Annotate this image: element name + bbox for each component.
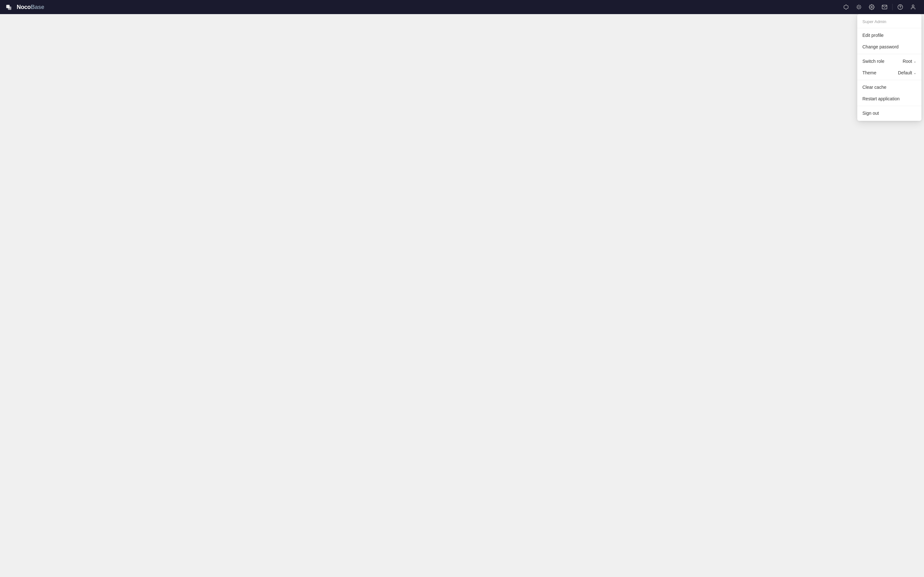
user-icon-btn[interactable] xyxy=(907,1,919,13)
user-dropdown-menu: Super Admin Edit profile Change password… xyxy=(857,14,921,121)
restart-application-label: Restart application xyxy=(863,96,900,101)
plugin-icon-btn[interactable] xyxy=(840,1,852,13)
switch-role-value: Root ⌄ xyxy=(903,59,916,64)
svg-rect-1 xyxy=(8,6,11,10)
divider-3 xyxy=(857,80,921,80)
clear-cache-item[interactable]: Clear cache xyxy=(857,81,921,93)
dropdown-header: Super Admin xyxy=(857,16,921,27)
svg-point-2 xyxy=(871,6,873,8)
api-icon-btn[interactable] xyxy=(853,1,865,13)
divider-1 xyxy=(857,28,921,28)
theme-label: Theme xyxy=(863,70,877,75)
plugin-icon xyxy=(843,4,849,10)
theme-chevron: ⌄ xyxy=(913,71,916,75)
switch-role-item[interactable]: Switch role Root ⌄ xyxy=(857,55,921,67)
mail-icon xyxy=(882,4,887,10)
edit-profile-item[interactable]: Edit profile xyxy=(857,29,921,41)
sign-out-item[interactable]: Sign out xyxy=(857,107,921,119)
sign-out-label: Sign out xyxy=(863,111,879,116)
svg-point-3 xyxy=(898,5,903,10)
switch-role-chevron: ⌄ xyxy=(913,59,916,63)
edit-profile-label: Edit profile xyxy=(863,33,884,38)
restart-application-item[interactable]: Restart application xyxy=(857,93,921,105)
switch-role-label: Switch role xyxy=(863,59,884,64)
api-icon xyxy=(856,4,862,10)
divider-4 xyxy=(857,106,921,106)
theme-value: Default ⌄ xyxy=(898,70,916,75)
navbar: NocoBase xyxy=(0,0,924,14)
change-password-label: Change password xyxy=(863,44,899,49)
navbar-divider xyxy=(892,4,893,10)
svg-point-5 xyxy=(912,5,914,7)
logo-base: Base xyxy=(31,4,44,11)
clear-cache-label: Clear cache xyxy=(863,85,887,90)
logo-icon xyxy=(5,3,14,11)
theme-current: Default xyxy=(898,70,912,75)
navbar-actions xyxy=(840,1,919,13)
logo-noco: Noco xyxy=(17,4,31,11)
user-icon xyxy=(910,4,916,10)
mail-icon-btn[interactable] xyxy=(879,1,890,13)
settings-icon-btn[interactable] xyxy=(866,1,877,13)
logo-link[interactable]: NocoBase xyxy=(5,3,44,11)
divider-2 xyxy=(857,54,921,54)
theme-item[interactable]: Theme Default ⌄ xyxy=(857,67,921,79)
main-content xyxy=(0,14,924,577)
change-password-item[interactable]: Change password xyxy=(857,41,921,53)
switch-role-current: Root xyxy=(903,59,912,64)
logo-text: NocoBase xyxy=(17,4,44,11)
help-icon-btn[interactable] xyxy=(895,1,906,13)
settings-icon xyxy=(869,4,875,10)
help-icon xyxy=(897,4,903,10)
